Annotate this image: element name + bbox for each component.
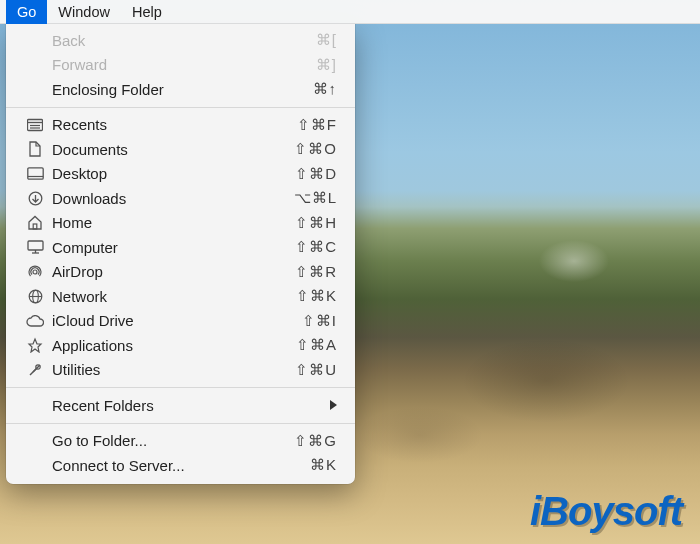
menu-go[interactable]: Go xyxy=(6,0,47,24)
menu-label: Recent Folders xyxy=(52,397,330,414)
applications-icon xyxy=(26,336,44,354)
menu-label: iCloud Drive xyxy=(52,312,302,329)
menu-label: Connect to Server... xyxy=(52,457,310,474)
menu-shortcut: ⇧⌘D xyxy=(295,165,337,183)
menu-label: Forward xyxy=(52,56,316,73)
computer-icon xyxy=(26,238,44,256)
desktop-icon xyxy=(26,165,44,183)
menu-item-go-to-folder[interactable]: Go to Folder... ⇧⌘G xyxy=(6,429,355,454)
menu-shortcut: ⇧⌘K xyxy=(296,287,337,305)
airdrop-icon xyxy=(26,263,44,281)
menu-shortcut: ⇧⌘O xyxy=(294,140,337,158)
menu-shortcut: ⇧⌘R xyxy=(295,263,337,281)
menu-item-back: Back ⌘[ xyxy=(6,28,355,53)
menu-label: Downloads xyxy=(52,190,294,207)
menu-item-utilities[interactable]: Utilities ⇧⌘U xyxy=(6,358,355,383)
menu-separator xyxy=(6,107,355,108)
menu-label: Documents xyxy=(52,141,294,158)
menu-shortcut: ⌘↑ xyxy=(313,80,338,98)
menu-help[interactable]: Help xyxy=(121,0,173,24)
menu-label: Recents xyxy=(52,116,297,133)
home-icon xyxy=(26,214,44,232)
utilities-icon xyxy=(26,361,44,379)
go-dropdown-menu: Back ⌘[ Forward ⌘] Enclosing Folder ⌘↑ R… xyxy=(6,24,355,484)
menu-shortcut: ⌘K xyxy=(310,456,337,474)
svg-rect-9 xyxy=(28,241,43,250)
spacer-icon xyxy=(26,456,44,474)
menu-shortcut: ⌘] xyxy=(316,56,337,74)
spacer-icon xyxy=(26,432,44,450)
menu-shortcut: ⇧⌘H xyxy=(295,214,337,232)
menu-item-computer[interactable]: Computer ⇧⌘C xyxy=(6,235,355,260)
menu-item-recents[interactable]: Recents ⇧⌘F xyxy=(6,113,355,138)
menu-label: Utilities xyxy=(52,361,295,378)
svg-point-12 xyxy=(33,270,37,274)
menu-shortcut: ⌥⌘L xyxy=(294,189,337,207)
menu-shortcut: ⇧⌘G xyxy=(294,432,337,450)
menu-label: Back xyxy=(52,32,316,49)
watermark-text: iBoysoft xyxy=(530,489,682,534)
menu-label: AirDrop xyxy=(52,263,295,280)
downloads-icon xyxy=(26,189,44,207)
menu-label: Home xyxy=(52,214,295,231)
menu-label: Computer xyxy=(52,239,295,256)
menu-shortcut: ⇧⌘C xyxy=(295,238,337,256)
menu-shortcut: ⇧⌘U xyxy=(295,361,337,379)
menu-item-desktop[interactable]: Desktop ⇧⌘D xyxy=(6,162,355,187)
menu-label: Network xyxy=(52,288,296,305)
menubar: Go Window Help xyxy=(0,0,700,24)
spacer-icon xyxy=(26,396,44,414)
menu-item-network[interactable]: Network ⇧⌘K xyxy=(6,284,355,309)
menu-separator xyxy=(6,423,355,424)
menu-window[interactable]: Window xyxy=(47,0,121,24)
menu-item-connect-to-server[interactable]: Connect to Server... ⌘K xyxy=(6,453,355,478)
menu-item-documents[interactable]: Documents ⇧⌘O xyxy=(6,137,355,162)
menu-shortcut: ⇧⌘A xyxy=(296,336,337,354)
menu-item-airdrop[interactable]: AirDrop ⇧⌘R xyxy=(6,260,355,285)
menu-shortcut: ⇧⌘I xyxy=(302,312,337,330)
recents-icon xyxy=(26,116,44,134)
spacer-icon xyxy=(26,80,44,98)
menu-item-applications[interactable]: Applications ⇧⌘A xyxy=(6,333,355,358)
menu-item-home[interactable]: Home ⇧⌘H xyxy=(6,211,355,236)
menu-item-downloads[interactable]: Downloads ⌥⌘L xyxy=(6,186,355,211)
spacer-icon xyxy=(26,31,44,49)
menu-label: Applications xyxy=(52,337,296,354)
menu-shortcut: ⌘[ xyxy=(316,31,337,49)
menu-label: Desktop xyxy=(52,165,295,182)
documents-icon xyxy=(26,140,44,158)
menu-label: Enclosing Folder xyxy=(52,81,313,98)
menu-shortcut: ⇧⌘F xyxy=(297,116,337,134)
network-icon xyxy=(26,287,44,305)
menu-separator xyxy=(6,387,355,388)
menu-item-icloud-drive[interactable]: iCloud Drive ⇧⌘I xyxy=(6,309,355,334)
svg-rect-4 xyxy=(27,168,42,179)
menu-item-recent-folders[interactable]: Recent Folders xyxy=(6,393,355,418)
svg-rect-8 xyxy=(33,224,37,229)
menu-item-forward: Forward ⌘] xyxy=(6,53,355,78)
icloud-icon xyxy=(26,312,44,330)
spacer-icon xyxy=(26,56,44,74)
menu-item-enclosing-folder[interactable]: Enclosing Folder ⌘↑ xyxy=(6,77,355,102)
menu-label: Go to Folder... xyxy=(52,432,294,449)
submenu-chevron-icon xyxy=(330,400,337,410)
